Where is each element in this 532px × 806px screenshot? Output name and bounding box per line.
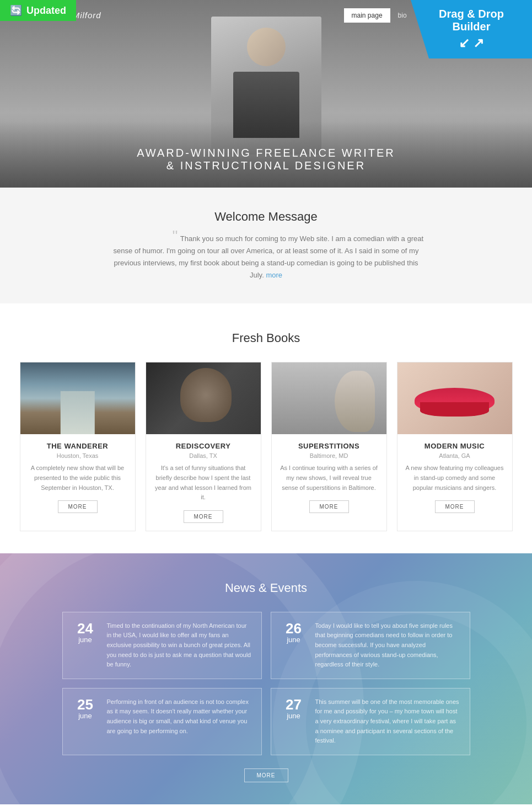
book-title-modern-music: MODERN MUSIC (404, 442, 506, 450)
book-cover-superstitions (272, 362, 386, 434)
book-card-superstitions: SUPERSTITIONS Baltimore, MD As I continu… (271, 362, 387, 531)
book-card-modern-music: MODERN MUSIC Atlanta, GA A new show feat… (397, 362, 513, 531)
books-section: Fresh Books THE WANDERER Houston, Texas … (0, 303, 532, 553)
book-card-rediscovery: REDISCOVERY Dallas, TX It's a set of fun… (146, 362, 261, 531)
book-cover-rediscovery (146, 362, 261, 434)
arrows-icon: ↙ ↗ (421, 35, 522, 51)
news-date-24: 24 june (72, 621, 99, 644)
drag-drop-line2: Builder (421, 20, 522, 33)
book-title-rediscovery: REDISCOVERY (153, 442, 254, 450)
book-desc-rediscovery: It's a set of funny situations that brie… (153, 463, 254, 502)
news-grid: 24 june Timed to the continuation of my … (62, 612, 470, 755)
welcome-title: Welcome Message (11, 210, 521, 224)
updated-label: Updated (26, 5, 66, 17)
news-section: News & Events 24 june Timed to the conti… (0, 553, 532, 804)
book-desc-superstitions: As I continue touring with a series of m… (278, 463, 380, 493)
news-card-27: 27 june This summer will be one of the m… (271, 688, 470, 755)
welcome-section: Welcome Message " Thank you so much for … (0, 188, 532, 303)
news-date-27: 27 june (280, 697, 308, 720)
news-more-button[interactable]: MORE (244, 768, 288, 782)
book-card-wanderer: THE WANDERER Houston, Texas A completely… (20, 362, 136, 531)
book-desc-wanderer: A completely new show that will be prese… (27, 463, 128, 493)
news-title: News & Events (33, 581, 499, 595)
hero-text: AWARD-WINNING FREELANCE WRITER & INSTRUC… (0, 147, 532, 172)
books-title: Fresh Books (17, 331, 515, 345)
news-content-25: Performing in front of an audience is no… (107, 697, 252, 736)
welcome-text: Thank you so much for coming to my Web s… (106, 233, 426, 281)
refresh-icon: 🔄 (10, 4, 22, 17)
news-content-24: Timed to the continuation of my North Am… (107, 621, 252, 670)
book-more-modern-music[interactable]: MORE (435, 500, 475, 513)
news-card-24: 24 june Timed to the continuation of my … (62, 612, 262, 679)
news-card-25: 25 june Performing in front of an audien… (62, 688, 262, 755)
drag-drop-line1: Drag & Drop (421, 8, 522, 20)
drag-drop-badge: Drag & Drop Builder ↙ ↗ (411, 0, 532, 58)
book-title-superstitions: SUPERSTITIONS (278, 442, 380, 450)
book-location-wanderer: Houston, Texas (27, 452, 128, 459)
quote-mark: " (173, 228, 178, 244)
news-content-26: Today I would like to tell you about fiv… (315, 621, 461, 670)
hero-title: AWARD-WINNING FREELANCE WRITER & INSTRUC… (0, 147, 532, 172)
book-more-rediscovery[interactable]: MORE (184, 510, 223, 523)
nav-bio[interactable]: bio (390, 8, 415, 23)
book-title-wanderer: THE WANDERER (27, 442, 128, 450)
nav-main-page[interactable]: main page (344, 8, 390, 23)
news-content-27: This summer will be one of the most memo… (315, 697, 461, 746)
book-cover-modern-music (397, 362, 512, 434)
book-cover-wanderer (20, 362, 135, 434)
book-more-wanderer[interactable]: MORE (58, 500, 98, 513)
updated-badge: 🔄 Updated (0, 0, 76, 21)
book-location-modern-music: Atlanta, GA (404, 452, 506, 459)
news-date-25: 25 june (72, 697, 99, 720)
book-location-rediscovery: Dallas, TX (153, 452, 254, 459)
welcome-more-link[interactable]: more (266, 271, 282, 279)
book-desc-modern-music: A new show featuring my colleagues in st… (404, 463, 506, 493)
books-grid: THE WANDERER Houston, Texas A completely… (17, 362, 515, 531)
news-card-26: 26 june Today I would like to tell you a… (271, 612, 470, 679)
news-date-26: 26 june (280, 621, 308, 644)
book-location-superstitions: Baltimore, MD (278, 452, 380, 459)
book-more-superstitions[interactable]: MORE (309, 500, 349, 513)
